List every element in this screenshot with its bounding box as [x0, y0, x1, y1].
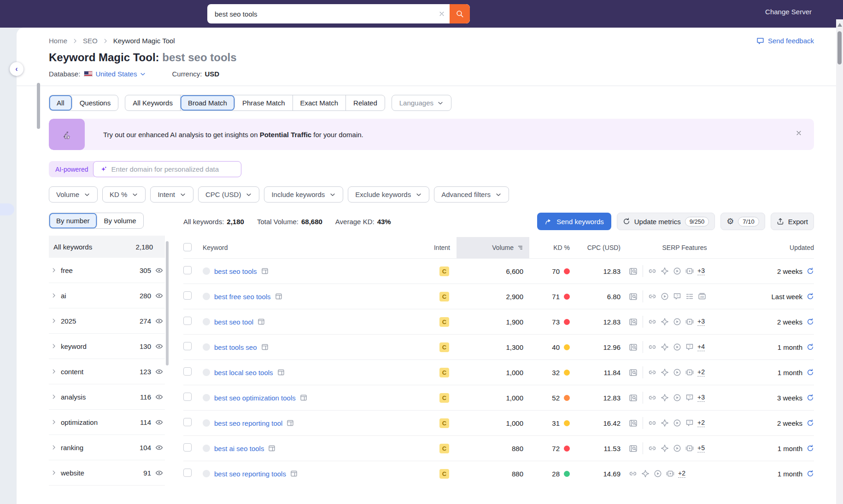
col-updated[interactable]: Updated	[745, 244, 814, 251]
open-serp-icon[interactable]	[287, 419, 294, 427]
clear-search-icon[interactable]	[434, 11, 450, 17]
database-selector[interactable]: United States	[84, 70, 146, 78]
eye-icon[interactable]	[155, 418, 163, 426]
chevron-right-icon[interactable]	[51, 444, 57, 451]
open-serp-icon[interactable]	[300, 394, 307, 401]
chevron-right-icon[interactable]	[51, 343, 57, 349]
banner-close-icon[interactable]	[796, 130, 802, 138]
col-kd[interactable]: KD %	[529, 244, 575, 251]
refresh-metrics-icon[interactable]	[807, 369, 814, 376]
serp-more-link[interactable]: +2	[697, 368, 705, 377]
serp-preview-icon[interactable]	[629, 343, 638, 352]
eye-icon[interactable]	[155, 317, 163, 325]
serp-more-link[interactable]: +3	[697, 318, 705, 326]
keyword-group-keyword[interactable]: keyword130	[49, 334, 165, 359]
select-all-checkbox[interactable]	[183, 243, 192, 251]
keyword-group-content[interactable]: content123	[49, 359, 165, 384]
open-serp-icon[interactable]	[277, 369, 285, 376]
col-cpc[interactable]: CPC (USD)	[575, 244, 624, 251]
breadcrumb-item-home[interactable]: Home	[49, 37, 67, 45]
row-checkbox[interactable]	[183, 367, 192, 376]
refresh-metrics-icon[interactable]	[807, 343, 814, 351]
row-checkbox[interactable]	[183, 469, 192, 477]
open-serp-icon[interactable]	[275, 293, 282, 300]
row-checkbox[interactable]	[183, 266, 192, 274]
row-checkbox[interactable]	[183, 443, 192, 452]
send-keywords-button[interactable]: Send keywords	[537, 213, 611, 230]
chevron-right-icon[interactable]	[51, 368, 57, 375]
row-checkbox[interactable]	[183, 291, 192, 300]
keyword-link[interactable]: best free seo tools	[214, 293, 271, 301]
page-scrollbar[interactable]	[836, 19, 843, 504]
keyword-link[interactable]: best seo reporting tools	[214, 470, 286, 478]
scrollbar-thumb[interactable]	[837, 31, 842, 64]
chevron-right-icon[interactable]	[51, 419, 57, 425]
sidebar-scrollbar[interactable]	[166, 241, 169, 365]
serp-more-link[interactable]: +3	[697, 394, 705, 402]
row-checkbox[interactable]	[183, 393, 192, 401]
keyword-link[interactable]: best seo tools	[214, 267, 257, 275]
eye-icon[interactable]	[155, 469, 163, 477]
row-checkbox[interactable]	[183, 342, 192, 350]
breadcrumb-item-seo[interactable]: SEO	[83, 37, 98, 45]
refresh-metrics-icon[interactable]	[807, 394, 814, 401]
col-keyword[interactable]: Keyword	[203, 244, 431, 251]
send-feedback-link[interactable]: Send feedback	[756, 37, 814, 45]
serp-more-link[interactable]: +4	[697, 343, 705, 351]
open-serp-icon[interactable]	[268, 445, 275, 452]
filter-kd-[interactable]: KD %	[102, 186, 146, 203]
serp-preview-icon[interactable]	[629, 394, 638, 402]
keyword-search-input[interactable]	[207, 10, 434, 18]
scrollbar-up-arrow-icon[interactable]	[837, 23, 842, 27]
eye-icon[interactable]	[155, 266, 163, 274]
eye-icon[interactable]	[155, 368, 163, 376]
row-checkbox[interactable]	[183, 317, 192, 325]
col-volume[interactable]: Volume	[457, 237, 529, 258]
chevron-right-icon[interactable]	[51, 394, 57, 400]
collapsed-panel-handle[interactable]	[0, 203, 14, 215]
serp-more-link[interactable]: +2	[678, 469, 685, 478]
keyword-group-website[interactable]: website91	[49, 460, 165, 486]
eye-icon[interactable]	[155, 393, 163, 401]
keyword-link[interactable]: best seo reporting tool	[214, 419, 282, 427]
languages-dropdown[interactable]: Languages	[392, 95, 451, 111]
open-serp-icon[interactable]	[261, 343, 269, 351]
keyword-link[interactable]: best local seo tools	[214, 369, 273, 377]
sidebar-tab-by-number[interactable]: By number	[49, 213, 97, 228]
serp-preview-icon[interactable]	[629, 292, 638, 301]
export-button[interactable]: Export	[771, 213, 814, 230]
refresh-metrics-icon[interactable]	[807, 293, 814, 300]
keyword-group-free[interactable]: free305	[49, 258, 165, 283]
serp-preview-icon[interactable]	[629, 318, 638, 326]
filter-volume[interactable]: Volume	[49, 186, 98, 203]
filter-intent[interactable]: Intent	[150, 186, 193, 203]
filter-exclude-keywords[interactable]: Exclude keywords	[348, 186, 429, 203]
open-serp-icon[interactable]	[258, 318, 265, 325]
serp-more-link[interactable]: +2	[697, 419, 705, 427]
serp-preview-icon[interactable]	[629, 267, 638, 276]
refresh-metrics-icon[interactable]	[807, 419, 814, 427]
chevron-right-icon[interactable]	[51, 267, 57, 273]
all-keywords-group[interactable]: All keywords 2,180	[49, 236, 165, 258]
sidebar-tab-by-volume[interactable]: By volume	[97, 213, 143, 228]
refresh-metrics-icon[interactable]	[807, 445, 814, 452]
open-serp-icon[interactable]	[261, 267, 269, 275]
keyword-group-analysis[interactable]: analysis116	[49, 384, 165, 410]
filter-include-keywords[interactable]: Include keywords	[264, 186, 343, 203]
chevron-right-icon[interactable]	[51, 292, 57, 299]
keyword-link[interactable]: best ai seo tools	[214, 445, 264, 452]
tab-questions[interactable]: Questions	[72, 95, 118, 110]
domain-input[interactable]	[111, 165, 234, 173]
refresh-metrics-icon[interactable]	[807, 267, 814, 275]
eye-icon[interactable]	[155, 444, 163, 452]
keyword-link[interactable]: best seo tool	[214, 318, 253, 326]
col-serp-features[interactable]: SERP Features	[624, 244, 745, 251]
eye-icon[interactable]	[155, 292, 163, 300]
tab-all-keywords[interactable]: All Keywords	[125, 95, 181, 110]
tab-broad-match[interactable]: Broad Match	[181, 95, 235, 110]
refresh-metrics-icon[interactable]	[807, 318, 814, 325]
open-serp-icon[interactable]	[290, 470, 298, 477]
chevron-right-icon[interactable]	[51, 469, 57, 476]
serp-more-link[interactable]: +3	[697, 267, 705, 275]
serp-preview-icon[interactable]	[629, 444, 638, 453]
